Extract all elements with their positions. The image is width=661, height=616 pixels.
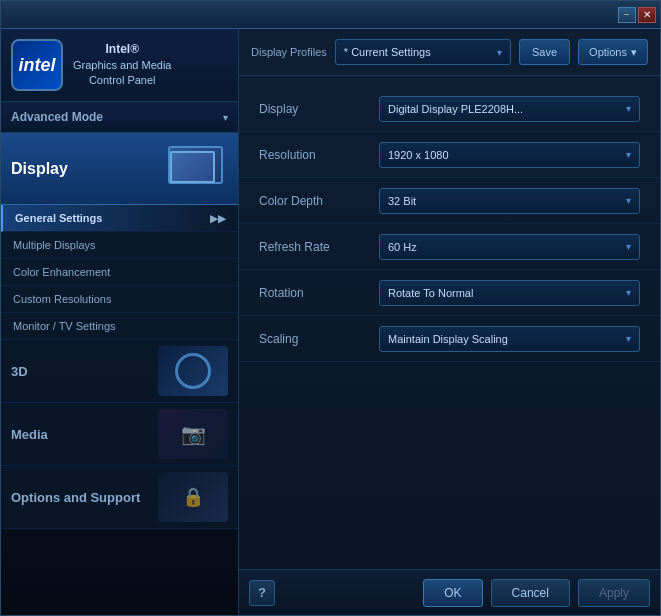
display-dropdown-arrow: ▾ [626, 103, 631, 114]
profiles-dropdown-value: * Current Settings [344, 46, 431, 58]
options-arrow-icon: ▾ [631, 46, 637, 59]
display-dropdown-value: Digital Display PLE2208H... [388, 103, 523, 115]
intel-logo-text: intel [18, 55, 55, 76]
display-section[interactable]: Display [1, 133, 238, 205]
rotation-setting-row: Rotation Rotate To Normal ▾ [239, 270, 660, 316]
ok-button[interactable]: OK [423, 579, 482, 607]
section-3d-thumb [158, 346, 228, 396]
scaling-dropdown-value: Maintain Display Scaling [388, 333, 508, 345]
intel-title: Intel® Graphics and Media Control Panel [73, 41, 171, 89]
display-icon [158, 141, 228, 196]
options-button-label: Options [589, 46, 627, 58]
rotation-setting-label: Rotation [259, 286, 379, 300]
refresh-rate-setting-control: 60 Hz ▾ [379, 234, 640, 260]
display-dropdown[interactable]: Digital Display PLE2208H... ▾ [379, 96, 640, 122]
right-panel: Display Profiles * Current Settings ▾ Sa… [239, 29, 660, 615]
scaling-dropdown-arrow: ▾ [626, 333, 631, 344]
save-button[interactable]: Save [519, 39, 570, 65]
section-media-thumb: 📷 [158, 409, 228, 459]
thumb-support-bg: 🔒 [158, 472, 228, 522]
cancel-button[interactable]: Cancel [491, 579, 570, 607]
rotation-setting-control: Rotate To Normal ▾ [379, 280, 640, 306]
refresh-rate-dropdown-value: 60 Hz [388, 241, 417, 253]
sidebar-item-monitor-settings[interactable]: Monitor / TV Settings [1, 313, 238, 340]
intel-header: intel Intel® Graphics and Media Control … [1, 29, 238, 102]
color-depth-dropdown-arrow: ▾ [626, 195, 631, 206]
profiles-dropdown[interactable]: * Current Settings ▾ [335, 39, 511, 65]
section-3d-label: 3D [11, 364, 28, 379]
sidebar: intel Intel® Graphics and Media Control … [1, 29, 239, 615]
nav-item-label: Multiple Displays [13, 239, 96, 251]
resolution-setting-row: Resolution 1920 x 1080 ▾ [239, 132, 660, 178]
intel-title-line2: Graphics and Media [73, 59, 171, 71]
nav-arrow: ▶▶ [210, 213, 226, 224]
nav-item-label: Custom Resolutions [13, 293, 111, 305]
color-depth-setting-label: Color Depth [259, 194, 379, 208]
scaling-setting-label: Scaling [259, 332, 379, 346]
scaling-dropdown[interactable]: Maintain Display Scaling ▾ [379, 326, 640, 352]
section-media-label: Media [11, 427, 48, 442]
sidebar-item-3d[interactable]: 3D [1, 340, 238, 403]
scaling-setting-row: Scaling Maintain Display Scaling ▾ [239, 316, 660, 362]
color-depth-setting-control: 32 Bit ▾ [379, 188, 640, 214]
thumb-3d-bg [158, 346, 228, 396]
color-depth-dropdown-value: 32 Bit [388, 195, 416, 207]
intel-title-line3: Control Panel [89, 74, 156, 86]
scaling-setting-control: Maintain Display Scaling ▾ [379, 326, 640, 352]
nav-item-label: General Settings [15, 212, 102, 224]
main-content: intel Intel® Graphics and Media Control … [1, 29, 660, 615]
profiles-label: Display Profiles [251, 46, 327, 58]
close-button[interactable]: ✕ [638, 7, 656, 23]
settings-area: Display Digital Display PLE2208H... ▾ Re… [239, 76, 660, 569]
help-button[interactable]: ? [249, 580, 275, 606]
section-support-label: Options and Support [11, 490, 140, 505]
nav-item-label: Color Enhancement [13, 266, 110, 278]
sidebar-bottom [1, 529, 238, 615]
resolution-dropdown-arrow: ▾ [626, 149, 631, 160]
sidebar-item-general-settings[interactable]: General Settings ▶▶ [1, 205, 238, 232]
rotation-dropdown-arrow: ▾ [626, 287, 631, 298]
refresh-rate-setting-row: Refresh Rate 60 Hz ▾ [239, 224, 660, 270]
monitor-icon [163, 146, 223, 191]
resolution-setting-control: 1920 x 1080 ▾ [379, 142, 640, 168]
sidebar-item-custom-resolutions[interactable]: Custom Resolutions [1, 286, 238, 313]
sidebar-item-color-enhancement[interactable]: Color Enhancement [1, 259, 238, 286]
sidebar-item-support[interactable]: Options and Support 🔒 [1, 466, 238, 529]
color-depth-setting-row: Color Depth 32 Bit ▾ [239, 178, 660, 224]
options-button[interactable]: Options ▾ [578, 39, 648, 65]
bottom-bar: ? OK Cancel Apply [239, 569, 660, 615]
title-bar: − ✕ [1, 1, 660, 29]
sidebar-item-multiple-displays[interactable]: Multiple Displays [1, 232, 238, 259]
section-support-thumb: 🔒 [158, 472, 228, 522]
intel-logo: intel [11, 39, 63, 91]
sidebar-item-media[interactable]: Media 📷 [1, 403, 238, 466]
rotation-dropdown[interactable]: Rotate To Normal ▾ [379, 280, 640, 306]
display-setting-row: Display Digital Display PLE2208H... ▾ [239, 86, 660, 132]
resolution-setting-label: Resolution [259, 148, 379, 162]
display-section-left: Display [11, 160, 68, 178]
monitor-fg [170, 151, 215, 183]
apply-button[interactable]: Apply [578, 579, 650, 607]
resolution-dropdown[interactable]: 1920 x 1080 ▾ [379, 142, 640, 168]
rotation-dropdown-value: Rotate To Normal [388, 287, 473, 299]
refresh-rate-dropdown[interactable]: 60 Hz ▾ [379, 234, 640, 260]
nav-item-label: Monitor / TV Settings [13, 320, 116, 332]
resolution-dropdown-value: 1920 x 1080 [388, 149, 449, 161]
main-window: − ✕ intel Intel® Graphics and Media Cont… [0, 0, 661, 616]
display-setting-label: Display [259, 102, 379, 116]
profiles-dropdown-arrow: ▾ [497, 47, 502, 58]
advanced-mode-label: Advanced Mode [11, 110, 103, 124]
color-depth-dropdown[interactable]: 32 Bit ▾ [379, 188, 640, 214]
refresh-rate-setting-label: Refresh Rate [259, 240, 379, 254]
advanced-mode-bar[interactable]: Advanced Mode ▾ [1, 102, 238, 133]
display-setting-control: Digital Display PLE2208H... ▾ [379, 96, 640, 122]
profiles-bar: Display Profiles * Current Settings ▾ Sa… [239, 29, 660, 76]
advanced-mode-arrow: ▾ [223, 112, 228, 123]
display-section-label: Display [11, 160, 68, 178]
refresh-rate-dropdown-arrow: ▾ [626, 241, 631, 252]
intel-title-line1: Intel® [105, 42, 139, 56]
thumb-media-bg: 📷 [158, 409, 228, 459]
minimize-button[interactable]: − [618, 7, 636, 23]
